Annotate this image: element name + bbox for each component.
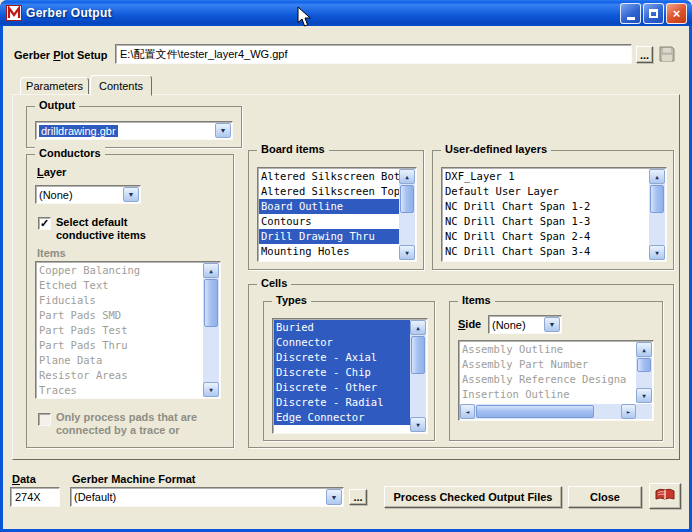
list-item[interactable]: Part Pads Thru xyxy=(37,338,203,353)
list-item[interactable]: Mounting Holes xyxy=(259,244,399,259)
list-item-selected[interactable]: Edge Connector xyxy=(274,410,410,425)
list-item[interactable]: Default User Layer xyxy=(443,184,649,199)
save-icon[interactable] xyxy=(658,45,676,65)
board-items-rows: Altered Silkscreen Bottom Altered Silksc… xyxy=(259,169,399,260)
list-item[interactable]: Altered Silkscreen Bottom xyxy=(259,169,399,184)
list-item[interactable]: Contours xyxy=(259,214,399,229)
close-window-button[interactable]: × xyxy=(666,3,687,24)
browse-plot-setup-button[interactable]: ... xyxy=(636,46,653,63)
scrollbar-thumb[interactable] xyxy=(637,358,651,372)
list-item[interactable]: NC Drill Chart Span 1-2 xyxy=(443,199,649,214)
board-items-group: Board items Altered Silkscreen Bottom Al… xyxy=(248,150,424,270)
scroll-down-icon[interactable]: ▼ xyxy=(649,245,665,260)
user-layers-listbox[interactable]: DXF_Layer 1 Default User Layer NC Drill … xyxy=(441,167,667,262)
output-combo-text: drilldrawing.gbr xyxy=(36,122,214,139)
list-item[interactable]: Assembly Reference Designa xyxy=(460,372,636,387)
list-item[interactable]: DXF_Layer 1 xyxy=(443,169,649,184)
process-checked-output-files-button[interactable]: Process Checked Output Files xyxy=(384,486,562,508)
gerber-machine-format-label: Gerber Machine Format xyxy=(72,473,195,485)
scrollbar-thumb[interactable] xyxy=(476,405,594,418)
data-format-field[interactable]: 274X xyxy=(10,487,60,507)
plot-setup-path-text: E:\配置文件\tester_layer4_WG.gpf xyxy=(120,47,288,62)
scrollbar-thumb[interactable] xyxy=(204,279,218,327)
scrollbar-thumb[interactable] xyxy=(400,185,414,213)
list-item[interactable]: NC Drill Chart Span 2-4 xyxy=(443,229,649,244)
conductors-group-label: Conductors xyxy=(35,147,105,159)
output-file-combo[interactable]: drilldrawing.gbr ▼ xyxy=(35,121,233,140)
tab-contents-label: Contents xyxy=(99,80,143,92)
scrollbar-vertical[interactable]: ▲ ▼ xyxy=(636,342,652,403)
scroll-down-icon[interactable]: ▼ xyxy=(410,417,426,432)
cell-types-listbox[interactable]: Buried Connector Discrete - Axial Discre… xyxy=(272,318,428,434)
list-item[interactable]: NC Drill Chart Span 1-3 xyxy=(443,214,649,229)
maximize-button[interactable] xyxy=(643,3,664,24)
list-item[interactable]: Part Pads SMD xyxy=(37,308,203,323)
conductors-group: Conductors Layer (None) ▼ ✓ Select defau… xyxy=(26,154,234,448)
chevron-down-icon[interactable]: ▼ xyxy=(326,489,342,505)
list-item-selected[interactable]: Buried xyxy=(274,320,410,335)
list-item-selected[interactable]: Discrete - Radial xyxy=(274,395,410,410)
only-process-pads-checkbox[interactable] xyxy=(38,413,51,426)
scroll-down-icon[interactable]: ▼ xyxy=(399,245,415,260)
side-combo-text: (None) xyxy=(489,316,543,333)
chevron-down-icon[interactable]: ▼ xyxy=(123,187,139,202)
scroll-left-icon[interactable]: ◄ xyxy=(460,404,475,419)
title-bar[interactable]: Gerber Output × xyxy=(0,0,692,26)
check-icon: ✓ xyxy=(40,218,49,229)
list-item-selected[interactable]: Drill Drawing Thru xyxy=(259,229,399,244)
minimize-button[interactable] xyxy=(620,3,641,24)
select-default-label-line2: conductive items xyxy=(56,229,146,241)
list-item-selected[interactable]: Discrete - Other xyxy=(274,380,410,395)
board-items-listbox[interactable]: Altered Silkscreen Bottom Altered Silksc… xyxy=(257,167,417,262)
scroll-right-icon[interactable]: ► xyxy=(621,404,636,419)
help-book-icon xyxy=(654,487,676,505)
maximize-icon xyxy=(649,9,658,18)
list-item[interactable]: Copper Balancing xyxy=(37,263,203,278)
scroll-up-icon[interactable]: ▲ xyxy=(399,169,415,184)
scroll-up-icon[interactable]: ▲ xyxy=(203,263,219,278)
close-icon: × xyxy=(673,7,681,20)
list-item[interactable]: Insertion Outline xyxy=(460,387,636,402)
scrollbar-vertical[interactable]: ▲ ▼ xyxy=(399,169,415,260)
scrollbar-horizontal[interactable]: ◄ ► xyxy=(460,404,636,419)
format-combo-text: (Default) xyxy=(71,488,325,506)
scroll-up-icon[interactable]: ▲ xyxy=(636,342,652,357)
list-item[interactable]: Part Pads Test xyxy=(37,323,203,338)
help-button[interactable] xyxy=(649,483,681,509)
scrollbar-vertical[interactable]: ▲ ▼ xyxy=(410,320,426,432)
gerber-machine-format-combo[interactable]: (Default) ▼ xyxy=(70,487,344,507)
list-item[interactable]: Assembly Part Number xyxy=(460,357,636,372)
close-button[interactable]: Close xyxy=(568,486,642,508)
list-item-selected[interactable]: Discrete - Axial xyxy=(274,350,410,365)
list-item[interactable]: Fiducials xyxy=(37,293,203,308)
scrollbar-thumb[interactable] xyxy=(411,336,425,374)
list-item[interactable]: Resistor Areas xyxy=(37,368,203,383)
list-item[interactable]: Traces xyxy=(37,383,203,397)
list-item-selected[interactable]: Board Outline xyxy=(259,199,399,214)
cell-items-listbox[interactable]: Assembly Outline Assembly Part Number As… xyxy=(458,340,654,421)
tab-parameters[interactable]: Parameters xyxy=(20,77,89,95)
list-item[interactable]: Plane Data xyxy=(37,353,203,368)
browse-format-button[interactable]: ... xyxy=(349,489,367,505)
list-item[interactable]: Assembly Outline xyxy=(460,342,636,357)
chevron-down-icon[interactable]: ▼ xyxy=(215,123,231,138)
scroll-up-icon[interactable]: ▲ xyxy=(410,320,426,335)
layer-combo[interactable]: (None) ▼ xyxy=(35,185,141,204)
list-item[interactable]: NC Drill Chart Span 3-4 xyxy=(443,244,649,259)
conductor-items-listbox[interactable]: Copper Balancing Etched Text Fiducials P… xyxy=(35,261,221,399)
list-item[interactable]: Altered Silkscreen Top xyxy=(259,184,399,199)
chevron-down-icon[interactable]: ▼ xyxy=(544,317,560,332)
scrollbar-thumb[interactable] xyxy=(650,185,664,213)
select-default-checkbox[interactable]: ✓ xyxy=(38,217,51,230)
scroll-down-icon[interactable]: ▼ xyxy=(636,388,652,403)
side-combo[interactable]: (None) ▼ xyxy=(488,315,562,334)
list-item[interactable]: Etched Text xyxy=(37,278,203,293)
scroll-up-icon[interactable]: ▲ xyxy=(649,169,665,184)
list-item-selected[interactable]: Connector xyxy=(274,335,410,350)
list-item-selected[interactable]: Discrete - Chip xyxy=(274,365,410,380)
scroll-down-icon[interactable]: ▼ xyxy=(203,382,219,397)
scrollbar-vertical[interactable]: ▲ ▼ xyxy=(203,263,219,397)
tab-contents[interactable]: Contents xyxy=(90,75,152,96)
plot-setup-path-field[interactable]: E:\配置文件\tester_layer4_WG.gpf xyxy=(115,44,632,64)
scrollbar-vertical[interactable]: ▲ ▼ xyxy=(649,169,665,260)
